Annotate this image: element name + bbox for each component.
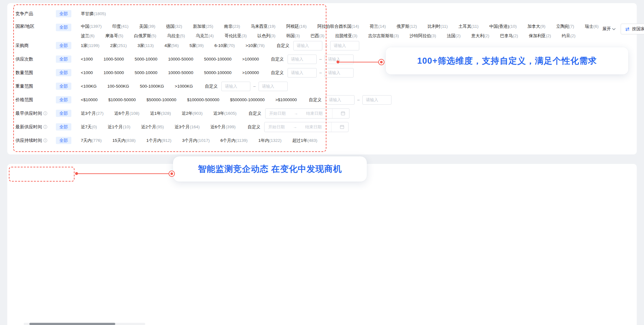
filter-option[interactable]: 近2年(903) xyxy=(182,111,203,116)
filter-option[interactable]: 新加坡(25) xyxy=(193,24,213,29)
filter-all-tag[interactable]: 全部 xyxy=(56,10,71,18)
filter-option[interactable]: >100000 xyxy=(242,57,259,61)
range-min-input[interactable]: 请输入 xyxy=(221,82,250,91)
filter-option[interactable]: 2家(251) xyxy=(110,43,127,49)
filter-option[interactable]: 1家(1199) xyxy=(81,43,99,49)
filter-option[interactable]: 近1个月(10) xyxy=(108,124,130,130)
filter-option[interactable]: 土耳其(11) xyxy=(458,24,479,29)
filter-option[interactable]: 荷兰(14) xyxy=(370,24,386,29)
filter-option[interactable]: 比利时(11) xyxy=(428,24,448,29)
filter-option[interactable]: 10000-50000 xyxy=(168,70,194,75)
range-min-input[interactable]: 请输入 xyxy=(325,95,355,105)
filter-option[interactable]: 沙特阿拉伯(3) xyxy=(410,33,436,39)
filter-option[interactable]: 3个月内(1017) xyxy=(182,138,210,143)
filter-option[interactable]: 6个月内(1139) xyxy=(220,138,247,143)
filter-option[interactable]: 5000-10000 xyxy=(134,70,157,75)
filter-option[interactable]: 1000-5000 xyxy=(104,57,124,61)
filter-option[interactable]: 约旦(2) xyxy=(562,33,576,39)
filter-option[interactable]: 立陶宛(7) xyxy=(556,24,574,29)
filter-option[interactable]: 吉尔吉斯斯坦(3) xyxy=(368,33,399,39)
filter-option[interactable]: 乌克兰(4) xyxy=(196,33,214,39)
filter-option[interactable]: 10000-50000 xyxy=(168,57,194,61)
filter-all-tag[interactable]: 全部 xyxy=(56,69,71,77)
filter-option[interactable]: 15天内(838) xyxy=(112,138,136,143)
filter-option[interactable]: >1000KG xyxy=(175,84,193,89)
filter-option[interactable]: 德国(32) xyxy=(166,24,182,29)
filter-option[interactable]: 波兰(6) xyxy=(81,33,95,39)
filter-option[interactable]: 6-10家(70) xyxy=(214,43,235,49)
filter-option[interactable]: 近7天(0) xyxy=(81,124,97,130)
filter-all-tag[interactable]: 全部 xyxy=(56,96,71,104)
filter-option[interactable]: 超过1年(483) xyxy=(292,138,318,143)
filter-option[interactable]: 马来西亚(19) xyxy=(251,24,276,29)
range-min-input[interactable]: 请输入 xyxy=(288,68,317,78)
filter-option[interactable]: 法国(2) xyxy=(447,33,461,39)
range-min-input[interactable]: 请输入 xyxy=(288,55,317,64)
filter-option[interactable]: 巴拿马(2) xyxy=(500,33,518,39)
filter-option[interactable]: 1年内(1322) xyxy=(258,138,282,143)
by-country-button[interactable]: 按国家 xyxy=(621,24,644,34)
filter-option[interactable]: >$1000000 xyxy=(275,97,297,102)
filter-all-tag[interactable]: 全部 xyxy=(56,137,71,144)
filter-option[interactable]: 5000-10000 xyxy=(134,57,157,61)
range-max-input[interactable]: 请输入 xyxy=(259,82,288,91)
filter-option[interactable]: 近3个月(164) xyxy=(175,124,200,130)
filter-option[interactable]: $500000-1000000 xyxy=(230,97,265,102)
filter-option[interactable]: 巴西(3) xyxy=(311,33,325,39)
filter-option[interactable]: 1个月内(912) xyxy=(146,138,172,143)
filter-option[interactable]: 摩洛哥(5) xyxy=(105,33,123,39)
date-range-input[interactable]: 开始日期→结束日期 xyxy=(265,108,349,119)
filter-option[interactable]: 白俄罗斯(5) xyxy=(134,33,157,39)
filter-option[interactable]: $10000-50000 xyxy=(108,97,136,102)
filter-option[interactable]: 100-500KG xyxy=(107,84,129,89)
filter-all-tag[interactable]: 全部 xyxy=(56,110,71,117)
filter-option[interactable]: 乌拉圭(5) xyxy=(167,33,185,39)
filter-option[interactable]: 7天内(776) xyxy=(81,138,102,143)
filter-option[interactable]: 加拿大(9) xyxy=(528,24,546,29)
scrollbar-thumb[interactable] xyxy=(29,323,115,325)
filter-option[interactable]: 近1年(328) xyxy=(150,111,171,116)
filter-all-tag[interactable]: 全部 xyxy=(56,83,71,90)
filter-option[interactable]: 5家(39) xyxy=(189,43,204,49)
filter-option[interactable]: <1000 xyxy=(81,70,93,75)
filter-option[interactable]: 阿拉伯联合酋长国(14) xyxy=(317,24,359,29)
filter-option[interactable]: 意大利(2) xyxy=(471,33,489,39)
filter-option[interactable]: 近2个月(95) xyxy=(141,124,164,130)
horizontal-scrollbar[interactable] xyxy=(24,323,145,325)
expand-link[interactable]: 展开 xyxy=(602,26,616,32)
filter-option[interactable]: <100KG xyxy=(81,84,97,89)
filter-option[interactable]: 俄罗斯(12) xyxy=(397,24,417,29)
range-min-input[interactable]: 请输入 xyxy=(293,41,322,50)
filter-option[interactable]: >100000 xyxy=(242,70,259,75)
filter-option[interactable]: 拉脱维亚(3) xyxy=(335,33,358,39)
range-max-input[interactable]: 请输入 xyxy=(325,55,354,64)
filter-option[interactable]: 保加利亚(2) xyxy=(529,33,551,39)
filter-option[interactable]: 韩国(3) xyxy=(286,33,300,39)
filter-option[interactable]: 近6个月(399) xyxy=(211,124,236,130)
filter-option[interactable]: $50000-100000 xyxy=(146,97,176,102)
calendar-icon[interactable] xyxy=(341,111,345,116)
filter-option[interactable]: 近3年(1605) xyxy=(213,111,237,116)
filter-option[interactable]: 以色列(3) xyxy=(258,33,276,39)
range-max-input[interactable]: 请输入 xyxy=(325,68,354,78)
filter-all-tag[interactable]: 全部 xyxy=(56,42,71,49)
filter-option[interactable]: 近6个月(108) xyxy=(114,111,140,116)
filter-option[interactable]: <1000 xyxy=(81,57,93,61)
date-range-input[interactable]: 开始日期→结束日期 xyxy=(264,122,349,132)
filter-option[interactable]: >10家(78) xyxy=(246,43,265,49)
filter-option[interactable]: 南非(23) xyxy=(224,24,240,29)
filter-option[interactable]: 哥伦比亚(3) xyxy=(224,33,247,39)
filter-option[interactable]: 50000-100000 xyxy=(204,57,231,61)
filter-all-tag[interactable]: 全部 xyxy=(56,55,71,63)
range-max-input[interactable]: 请输入 xyxy=(362,95,391,105)
filter-option[interactable]: 50000-100000 xyxy=(204,70,231,75)
filter-option[interactable]: 草甘膦(1805) xyxy=(81,11,106,17)
calendar-icon[interactable] xyxy=(340,125,344,129)
filter-option[interactable]: 阿根廷(16) xyxy=(286,24,307,29)
filter-option[interactable]: 中国(香港)(10) xyxy=(489,24,517,29)
filter-option[interactable]: 瑞士(6) xyxy=(585,24,599,29)
filter-all-tag[interactable]: 全部 xyxy=(56,24,71,31)
range-max-input[interactable]: 请输入 xyxy=(330,41,359,50)
filter-option[interactable]: $100000-500000 xyxy=(187,97,219,102)
filter-option[interactable]: 4家(56) xyxy=(164,43,179,49)
